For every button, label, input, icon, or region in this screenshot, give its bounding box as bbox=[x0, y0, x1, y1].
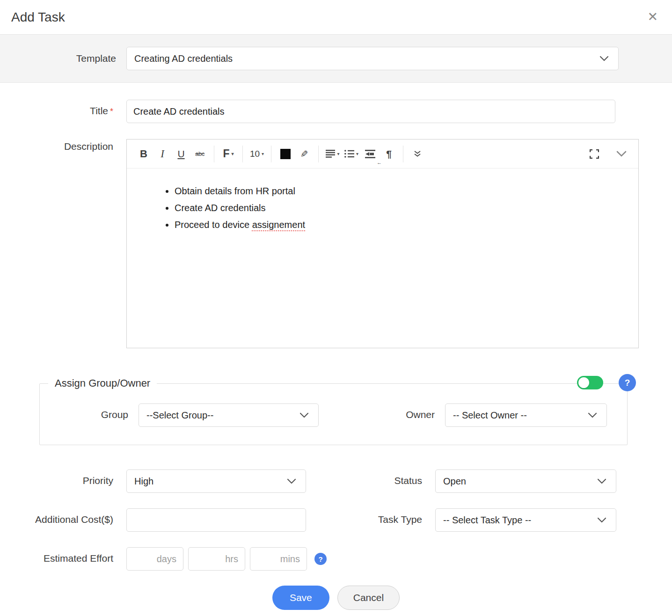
editor-toolbar: B I U abc F▾ 10▾ ✎ bbox=[127, 139, 638, 169]
font-family-button[interactable]: F▾ bbox=[221, 145, 236, 163]
task-type-select-value: -- Select Task Type -- bbox=[443, 515, 531, 526]
collapse-toolbar-button[interactable] bbox=[614, 145, 629, 163]
group-select[interactable]: --Select Group-- bbox=[139, 403, 319, 427]
indent-button[interactable] bbox=[363, 145, 378, 163]
caret-down-icon: ▾ bbox=[232, 151, 234, 156]
chevron-down-icon bbox=[597, 517, 606, 523]
close-icon[interactable]: ✕ bbox=[647, 11, 658, 23]
list-item: Proceed to device assignement bbox=[175, 218, 629, 232]
title-label: Title* bbox=[0, 100, 126, 123]
title-input[interactable] bbox=[126, 100, 615, 123]
align-button[interactable]: ▾ bbox=[325, 145, 340, 163]
priority-select[interactable]: High bbox=[126, 469, 306, 493]
assign-toggle[interactable] bbox=[577, 376, 603, 389]
required-asterisk: * bbox=[110, 107, 113, 116]
align-left-icon bbox=[326, 150, 335, 158]
estimated-effort-row: Estimated Effort ? bbox=[0, 547, 672, 571]
toolbar-divider bbox=[242, 146, 243, 162]
status-select-value: Open bbox=[443, 476, 466, 487]
group-owner-row: Group --Select Group-- Owner -- Select O… bbox=[40, 403, 627, 427]
template-label: Template bbox=[0, 53, 126, 64]
cancel-button[interactable]: Cancel bbox=[337, 586, 400, 610]
save-button[interactable]: Save bbox=[272, 586, 329, 610]
status-label: Status bbox=[306, 469, 435, 493]
more-tools-button[interactable] bbox=[410, 145, 425, 163]
toggle-knob bbox=[578, 377, 589, 388]
template-select[interactable]: Creating AD credentials bbox=[126, 47, 619, 70]
additional-cost-label: Additional Cost($) bbox=[0, 508, 126, 532]
underline-button[interactable]: U bbox=[174, 145, 189, 163]
action-bar: Save Cancel bbox=[0, 586, 672, 610]
owner-label: Owner bbox=[319, 403, 445, 427]
group-label: Group bbox=[40, 403, 139, 427]
indent-icon bbox=[365, 150, 375, 158]
effort-days-input[interactable] bbox=[126, 547, 183, 571]
template-row: Template Creating AD credentials bbox=[0, 35, 672, 83]
effort-mins-input[interactable] bbox=[250, 547, 307, 571]
task-type-label: Task Type bbox=[306, 508, 435, 532]
chevron-down-icon bbox=[597, 478, 606, 484]
bold-button[interactable]: B bbox=[136, 145, 151, 163]
list-item: Create AD credentials bbox=[175, 201, 629, 215]
misspelled-word: assignement bbox=[252, 220, 305, 230]
left-arrow-icon: ← bbox=[377, 160, 382, 165]
dialog-header: Add Task ✕ bbox=[0, 0, 672, 35]
font-color-button[interactable] bbox=[278, 145, 293, 163]
fullscreen-icon bbox=[590, 149, 599, 159]
paragraph-direction-button[interactable]: ¶ ← bbox=[381, 145, 396, 163]
page-title: Add Task bbox=[11, 10, 65, 25]
caret-down-icon: ▾ bbox=[356, 151, 358, 156]
priority-status-row: Priority High Status Open bbox=[0, 469, 672, 493]
fullscreen-button[interactable] bbox=[587, 145, 602, 163]
toolbar-divider bbox=[214, 146, 214, 162]
help-icon[interactable]: ? bbox=[619, 374, 636, 391]
toolbar-divider bbox=[271, 146, 271, 162]
highlight-button[interactable]: ✎ bbox=[297, 145, 312, 163]
chevron-down-icon bbox=[588, 412, 597, 418]
owner-select-value: -- Select Owner -- bbox=[453, 410, 527, 421]
chevron-down-icon bbox=[616, 151, 627, 157]
description-row: Description B I U abc F▾ 10▾ ✎ bbox=[0, 139, 672, 348]
chevron-down-icon bbox=[599, 56, 609, 61]
caret-down-icon: ▾ bbox=[337, 151, 339, 156]
bullet-list-icon bbox=[344, 150, 354, 158]
owner-select[interactable]: -- Select Owner -- bbox=[445, 403, 607, 427]
list-item: Obtain details from HR portal bbox=[175, 184, 629, 198]
chevron-down-icon bbox=[287, 478, 296, 484]
description-bullet-list: Obtain details from HR portal Create AD … bbox=[127, 184, 629, 232]
toolbar-divider bbox=[403, 146, 403, 162]
assign-legend: Assign Group/Owner bbox=[48, 377, 157, 389]
task-type-select[interactable]: -- Select Task Type -- bbox=[435, 508, 616, 532]
strikethrough-button[interactable]: abc bbox=[192, 145, 207, 163]
description-label: Description bbox=[0, 139, 126, 348]
add-task-dialog: Add Task ✕ Template Creating AD credenti… bbox=[0, 0, 672, 610]
bullet-list-button[interactable]: ▾ bbox=[344, 145, 359, 163]
chevron-down-icon bbox=[299, 412, 309, 418]
priority-select-value: High bbox=[134, 476, 153, 487]
effort-hrs-input[interactable] bbox=[188, 547, 245, 571]
cost-tasktype-row: Additional Cost($) Task Type -- Select T… bbox=[0, 508, 672, 532]
assign-fieldset: Assign Group/Owner Group --Select Group-… bbox=[39, 377, 628, 445]
title-row: Title* bbox=[0, 100, 672, 123]
font-size-button[interactable]: 10▾ bbox=[249, 145, 264, 163]
priority-label: Priority bbox=[0, 469, 126, 493]
description-editor: B I U abc F▾ 10▾ ✎ bbox=[126, 139, 639, 348]
estimated-effort-label: Estimated Effort bbox=[0, 547, 126, 571]
color-swatch-icon bbox=[280, 149, 291, 159]
additional-cost-input[interactable] bbox=[126, 508, 306, 532]
help-icon[interactable]: ? bbox=[314, 553, 327, 565]
italic-button[interactable]: I bbox=[155, 145, 170, 163]
group-select-value: --Select Group-- bbox=[146, 410, 213, 421]
description-content[interactable]: Obtain details from HR portal Create AD … bbox=[127, 169, 638, 348]
status-select[interactable]: Open bbox=[435, 469, 616, 493]
assign-group-owner-section: Assign Group/Owner Group --Select Group-… bbox=[39, 377, 628, 445]
caret-down-icon: ▾ bbox=[262, 151, 264, 156]
template-select-value: Creating AD credentials bbox=[134, 53, 233, 64]
toolbar-divider bbox=[318, 146, 319, 162]
double-chevron-down-icon bbox=[414, 151, 421, 157]
